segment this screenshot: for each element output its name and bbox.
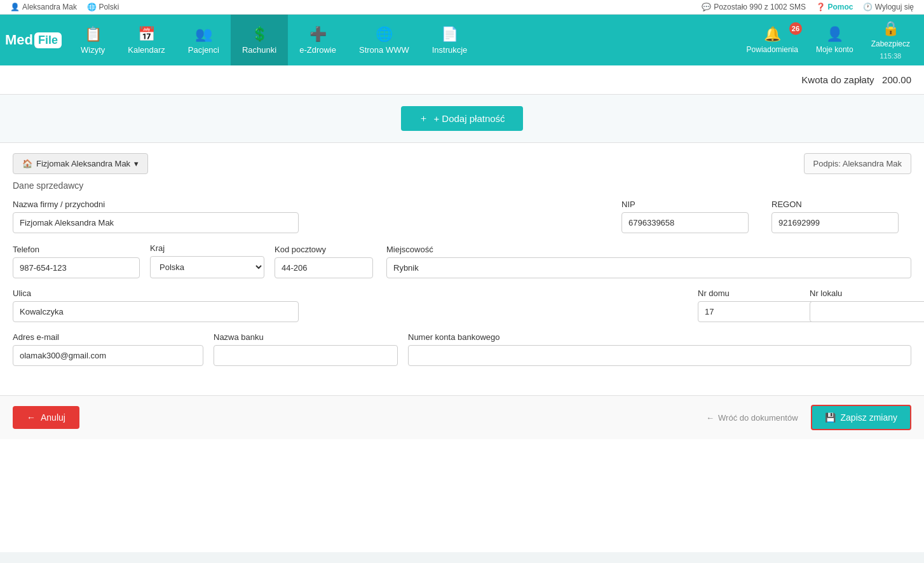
logout-link[interactable]: 🕐 Wyloguj się — [863, 3, 914, 11]
nav-zabezpiecz[interactable]: 🔒 Zabezpiecz 115:38 — [862, 15, 919, 65]
chevron-down-icon: ▾ — [134, 159, 139, 168]
nav-wizyty[interactable]: 📋 Wizyty — [69, 15, 116, 65]
section-title: Dane sprzedawcy — [13, 180, 911, 191]
email-label: Adres e-mail — [13, 332, 203, 342]
bank-group: Nazwa banku — [214, 332, 398, 366]
help-icon: ❓ — [816, 3, 825, 11]
nip-group: NIP — [622, 200, 761, 233]
nav-ezdrowie[interactable]: ➕ e-Zdrowie — [288, 15, 348, 65]
nr-domu-input[interactable] — [698, 301, 825, 322]
lock-icon: 🔒 — [882, 20, 899, 37]
nav-wizyty-label: Wizyty — [81, 45, 105, 55]
miejscowosc-group: Miejscowość — [386, 245, 911, 278]
konto-label: Numer konta bankowego — [408, 332, 911, 342]
konto-input[interactable] — [408, 345, 911, 366]
form-header: 🏠 Fizjomak Aleksandra Mak ▾ Podpis: Alek… — [13, 153, 911, 174]
miejscowosc-input[interactable] — [386, 257, 911, 278]
amount-bar: Kwota do zapłaty 200.00 — [0, 65, 924, 95]
home-icon: 🏠 — [22, 159, 32, 168]
top-bar-language[interactable]: 🌐 Polski — [87, 3, 119, 11]
nav-moje-konto[interactable]: 👤 Moje konto — [807, 15, 862, 65]
nazwa-firmy-label: Nazwa firmy / przychodni — [13, 200, 611, 209]
wróc-label: Wróć do dokumentów — [718, 413, 798, 423]
nav-instrukcje-label: Instrukcje — [432, 45, 468, 55]
form-section: 🏠 Fizjomak Aleksandra Mak ▾ Podpis: Alek… — [0, 143, 924, 389]
nav-powiadomienia[interactable]: 🔔 26 Powiadomienia — [738, 15, 807, 65]
arrow-left-icon: ← — [27, 412, 36, 423]
strona-www-icon: 🌐 — [376, 26, 393, 43]
nav-instrukcje[interactable]: 📄 Instrukcje — [421, 15, 479, 65]
plus-icon: ＋ — [419, 112, 428, 125]
kraj-label: Kraj — [150, 243, 264, 253]
navbar: Med File 📋 Wizyty 📅 Kalendarz 👥 Pacjenci… — [0, 15, 924, 65]
nip-label: NIP — [622, 200, 761, 209]
logo-med-text: Med — [5, 32, 33, 48]
bank-input[interactable] — [214, 345, 398, 366]
add-payment-button[interactable]: ＋ + Dodaj płatność — [401, 106, 522, 131]
telefon-input[interactable] — [13, 257, 140, 278]
footer-bar: ← Anuluj ← Wróć do dokumentów 💾 Zapisz z… — [0, 395, 924, 439]
top-bar: 👤 Aleksandra Mak 🌐 Polski 💬 Pozostało 99… — [0, 0, 924, 15]
ulica-input[interactable] — [13, 301, 299, 322]
kod-pocztowy-label: Kod pocztowy — [275, 245, 376, 254]
pacjenci-icon: 👥 — [195, 26, 212, 43]
sms-icon: 💬 — [702, 3, 711, 11]
seller-name: Fizjomak Aleksandra Mak — [36, 159, 130, 168]
wróc-button[interactable]: ← Wróć do dokumentów — [706, 413, 798, 423]
nav-kalendarz-label: Kalendarz — [128, 45, 165, 55]
regon-group: REGON — [771, 200, 911, 233]
kalendarz-icon: 📅 — [138, 26, 155, 43]
logo-file-text: File — [34, 32, 62, 48]
nr-lokalu-input[interactable] — [810, 301, 924, 322]
save-icon: 💾 — [825, 412, 836, 423]
zapisz-button[interactable]: 💾 Zapisz zmiany — [811, 405, 911, 430]
bank-label: Nazwa banku — [214, 332, 398, 342]
nav-right: 🔔 26 Powiadomienia 👤 Moje konto 🔒 Zabezp… — [738, 15, 919, 65]
top-bar-user: 👤 Aleksandra Mak — [10, 3, 77, 11]
moje-konto-label: Moje konto — [816, 45, 853, 54]
kraj-group: Kraj Polska Niemcy Francja Inne — [150, 243, 264, 278]
konto-group: Numer konta bankowego — [408, 332, 911, 366]
nav-kalendarz[interactable]: 📅 Kalendarz — [116, 15, 177, 65]
nr-domu-label: Nr domu — [698, 288, 799, 298]
zapisz-label: Zapisz zmiany — [841, 412, 897, 423]
seller-button[interactable]: 🏠 Fizjomak Aleksandra Mak ▾ — [13, 153, 148, 174]
security-time: 115:38 — [880, 52, 901, 60]
back-arrow-icon: ← — [706, 413, 714, 423]
form-row-4: Adres e-mail Nazwa banku Numer konta ban… — [13, 332, 911, 366]
nav-pacjenci[interactable]: 👥 Pacjenci — [177, 15, 231, 65]
regon-input[interactable] — [771, 212, 899, 233]
nazwa-firmy-input[interactable] — [13, 212, 299, 233]
nr-lokalu-group: Nr lokalu — [810, 288, 911, 322]
help-link[interactable]: ❓ Pomoc — [816, 3, 853, 11]
anuluj-label: Anuluj — [41, 412, 65, 423]
kod-pocztowy-input[interactable] — [275, 257, 373, 278]
nr-lokalu-label: Nr lokalu — [810, 288, 911, 298]
kraj-select[interactable]: Polska Niemcy Francja Inne — [150, 256, 264, 278]
email-group: Adres e-mail — [13, 332, 203, 366]
nav-strona-www[interactable]: 🌐 Strona WWW — [348, 15, 421, 65]
nav-strona-www-label: Strona WWW — [359, 45, 409, 55]
logo[interactable]: Med File — [5, 32, 62, 48]
nav-rachunki[interactable]: 💲 Rachunki — [231, 15, 288, 65]
ulica-group: Ulica — [13, 288, 688, 322]
bell-icon: 🔔 — [764, 26, 781, 43]
notification-badge: 26 — [789, 22, 802, 35]
globe-icon: 🌐 — [87, 3, 97, 11]
regon-label: REGON — [771, 200, 911, 209]
nav-ezdrowie-label: e-Zdrowie — [299, 45, 336, 55]
nazwa-firmy-group: Nazwa firmy / przychodni — [13, 200, 611, 233]
miejscowosc-label: Miejscowość — [386, 245, 911, 254]
sms-remaining: 💬 Pozostało 990 z 1002 SMS — [702, 3, 806, 11]
nip-input[interactable] — [622, 212, 749, 233]
zabezpiecz-label: Zabezpiecz — [871, 39, 910, 48]
rachunki-icon: 💲 — [251, 26, 268, 43]
telefon-group: Telefon — [13, 245, 140, 278]
nav-rachunki-label: Rachunki — [242, 45, 276, 55]
kod-pocztowy-group: Kod pocztowy — [275, 245, 376, 278]
add-payment-section: ＋ + Dodaj płatność — [0, 95, 924, 143]
email-input[interactable] — [13, 345, 203, 366]
wizyty-icon: 📋 — [85, 26, 102, 43]
anuluj-button[interactable]: ← Anuluj — [13, 406, 79, 429]
form-row-1: Nazwa firmy / przychodni NIP REGON — [13, 200, 911, 233]
